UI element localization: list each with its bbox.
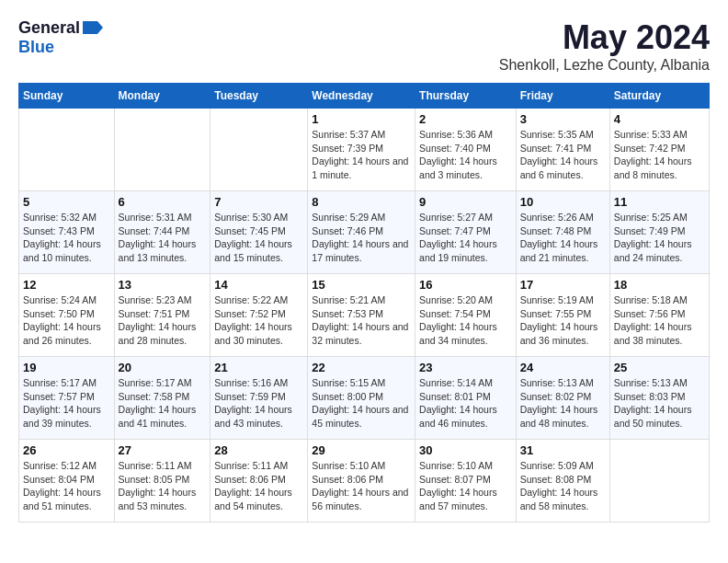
- calendar-cell: 1Sunrise: 5:37 AMSunset: 7:39 PMDaylight…: [308, 109, 415, 191]
- title-area: May 2024 Shenkoll, Lezhe County, Albania: [499, 18, 710, 74]
- day-number: 13: [119, 278, 207, 292]
- day-number: 31: [520, 443, 606, 457]
- day-info: Sunrise: 5:17 AMSunset: 7:58 PMDaylight:…: [119, 376, 207, 431]
- calendar-header-row: SundayMondayTuesdayWednesdayThursdayFrid…: [19, 84, 710, 109]
- day-number: 18: [614, 278, 705, 292]
- day-info: Sunrise: 5:19 AMSunset: 7:55 PMDaylight:…: [520, 293, 606, 348]
- calendar-cell: 15Sunrise: 5:21 AMSunset: 7:53 PMDayligh…: [308, 274, 415, 357]
- calendar-cell: 6Sunrise: 5:31 AMSunset: 7:44 PMDaylight…: [114, 191, 210, 274]
- header-day-monday: Monday: [114, 84, 210, 109]
- day-number: 4: [614, 112, 705, 126]
- calendar-cell: 17Sunrise: 5:19 AMSunset: 7:55 PMDayligh…: [516, 274, 609, 357]
- day-info: Sunrise: 5:26 AMSunset: 7:48 PMDaylight:…: [520, 211, 606, 265]
- day-info: Sunrise: 5:29 AMSunset: 7:46 PMDaylight:…: [312, 211, 411, 265]
- day-info: Sunrise: 5:14 AMSunset: 8:01 PMDaylight:…: [419, 376, 512, 431]
- day-info: Sunrise: 5:24 AMSunset: 7:50 PMDaylight:…: [23, 293, 110, 348]
- day-number: 25: [614, 361, 705, 374]
- day-number: 29: [312, 443, 411, 457]
- day-number: 1: [312, 112, 411, 126]
- header: General Blue May 2024 Shenkoll, Lezhe Co…: [18, 18, 710, 74]
- calendar-cell: 22Sunrise: 5:15 AMSunset: 8:00 PMDayligh…: [308, 357, 415, 440]
- day-number: 3: [520, 112, 606, 126]
- day-info: Sunrise: 5:18 AMSunset: 7:56 PMDaylight:…: [614, 293, 705, 348]
- day-number: 12: [23, 278, 110, 292]
- calendar-cell: 8Sunrise: 5:29 AMSunset: 7:46 PMDaylight…: [308, 191, 415, 274]
- day-number: 5: [23, 195, 110, 209]
- logo: General Blue: [18, 18, 103, 57]
- day-number: 16: [419, 278, 512, 292]
- day-number: 14: [214, 278, 303, 292]
- day-info: Sunrise: 5:37 AMSunset: 7:39 PMDaylight:…: [312, 128, 411, 182]
- logo-general: General: [18, 18, 80, 38]
- calendar-cell: 3Sunrise: 5:35 AMSunset: 7:41 PMDaylight…: [516, 109, 609, 191]
- day-number: 27: [119, 443, 207, 457]
- day-info: Sunrise: 5:10 AMSunset: 8:07 PMDaylight:…: [419, 459, 512, 513]
- day-info: Sunrise: 5:22 AMSunset: 7:52 PMDaylight:…: [214, 293, 303, 348]
- header-day-tuesday: Tuesday: [210, 84, 308, 109]
- day-number: 2: [419, 112, 512, 126]
- calendar-cell: [609, 440, 709, 523]
- calendar-cell: 18Sunrise: 5:18 AMSunset: 7:56 PMDayligh…: [609, 274, 709, 357]
- day-number: 26: [23, 443, 110, 457]
- header-day-friday: Friday: [516, 84, 609, 109]
- day-info: Sunrise: 5:36 AMSunset: 7:40 PMDaylight:…: [419, 128, 512, 182]
- day-info: Sunrise: 5:27 AMSunset: 7:47 PMDaylight:…: [419, 211, 512, 265]
- day-number: 17: [520, 278, 606, 292]
- day-info: Sunrise: 5:12 AMSunset: 8:04 PMDaylight:…: [23, 459, 110, 513]
- calendar-week-row: 12Sunrise: 5:24 AMSunset: 7:50 PMDayligh…: [19, 274, 710, 357]
- day-number: 28: [214, 443, 303, 457]
- day-info: Sunrise: 5:17 AMSunset: 7:57 PMDaylight:…: [23, 376, 110, 431]
- calendar-table: SundayMondayTuesdayWednesdayThursdayFrid…: [18, 83, 710, 523]
- day-info: Sunrise: 5:13 AMSunset: 8:02 PMDaylight:…: [520, 376, 606, 431]
- day-number: 20: [119, 361, 207, 374]
- day-number: 24: [520, 361, 606, 374]
- logo-blue: Blue: [18, 38, 54, 57]
- header-day-wednesday: Wednesday: [308, 84, 415, 109]
- day-number: 6: [119, 195, 207, 209]
- day-info: Sunrise: 5:21 AMSunset: 7:53 PMDaylight:…: [312, 293, 411, 348]
- calendar-cell: 21Sunrise: 5:16 AMSunset: 7:59 PMDayligh…: [210, 357, 308, 440]
- calendar-cell: 14Sunrise: 5:22 AMSunset: 7:52 PMDayligh…: [210, 274, 308, 357]
- day-info: Sunrise: 5:23 AMSunset: 7:51 PMDaylight:…: [119, 293, 207, 348]
- header-day-thursday: Thursday: [415, 84, 517, 109]
- calendar-cell: 26Sunrise: 5:12 AMSunset: 8:04 PMDayligh…: [19, 440, 115, 523]
- logo-icon: [83, 19, 103, 36]
- location-title: Shenkoll, Lezhe County, Albania: [499, 57, 710, 74]
- calendar-cell: 30Sunrise: 5:10 AMSunset: 8:07 PMDayligh…: [415, 440, 517, 523]
- header-day-sunday: Sunday: [19, 84, 115, 109]
- calendar-cell: [114, 109, 210, 191]
- calendar-cell: 23Sunrise: 5:14 AMSunset: 8:01 PMDayligh…: [415, 357, 517, 440]
- calendar-cell: 28Sunrise: 5:11 AMSunset: 8:06 PMDayligh…: [210, 440, 308, 523]
- calendar-week-row: 26Sunrise: 5:12 AMSunset: 8:04 PMDayligh…: [19, 440, 710, 523]
- calendar-week-row: 19Sunrise: 5:17 AMSunset: 7:57 PMDayligh…: [19, 357, 710, 440]
- day-number: 7: [214, 195, 303, 209]
- day-number: 15: [312, 278, 411, 292]
- day-info: Sunrise: 5:15 AMSunset: 8:00 PMDaylight:…: [312, 376, 411, 431]
- day-info: Sunrise: 5:33 AMSunset: 7:42 PMDaylight:…: [614, 128, 705, 182]
- svg-marker-0: [83, 21, 103, 34]
- calendar-cell: [210, 109, 308, 191]
- day-number: 9: [419, 195, 512, 209]
- day-number: 19: [23, 361, 110, 374]
- calendar-cell: 27Sunrise: 5:11 AMSunset: 8:05 PMDayligh…: [114, 440, 210, 523]
- day-info: Sunrise: 5:30 AMSunset: 7:45 PMDaylight:…: [214, 211, 303, 265]
- calendar-cell: 4Sunrise: 5:33 AMSunset: 7:42 PMDaylight…: [609, 109, 709, 191]
- day-info: Sunrise: 5:35 AMSunset: 7:41 PMDaylight:…: [520, 128, 606, 182]
- calendar-cell: 29Sunrise: 5:10 AMSunset: 8:06 PMDayligh…: [308, 440, 415, 523]
- day-info: Sunrise: 5:20 AMSunset: 7:54 PMDaylight:…: [419, 293, 512, 348]
- day-number: 21: [214, 361, 303, 374]
- calendar-cell: 13Sunrise: 5:23 AMSunset: 7:51 PMDayligh…: [114, 274, 210, 357]
- day-number: 23: [419, 361, 512, 374]
- calendar-cell: 5Sunrise: 5:32 AMSunset: 7:43 PMDaylight…: [19, 191, 115, 274]
- calendar-cell: [19, 109, 115, 191]
- calendar-cell: 31Sunrise: 5:09 AMSunset: 8:08 PMDayligh…: [516, 440, 609, 523]
- day-info: Sunrise: 5:11 AMSunset: 8:06 PMDaylight:…: [214, 459, 303, 513]
- calendar-cell: 25Sunrise: 5:13 AMSunset: 8:03 PMDayligh…: [609, 357, 709, 440]
- calendar-cell: 16Sunrise: 5:20 AMSunset: 7:54 PMDayligh…: [415, 274, 517, 357]
- calendar-cell: 7Sunrise: 5:30 AMSunset: 7:45 PMDaylight…: [210, 191, 308, 274]
- calendar-cell: 12Sunrise: 5:24 AMSunset: 7:50 PMDayligh…: [19, 274, 115, 357]
- calendar-cell: 24Sunrise: 5:13 AMSunset: 8:02 PMDayligh…: [516, 357, 609, 440]
- month-title: May 2024: [499, 18, 710, 57]
- day-number: 11: [614, 195, 705, 209]
- day-info: Sunrise: 5:32 AMSunset: 7:43 PMDaylight:…: [23, 211, 110, 265]
